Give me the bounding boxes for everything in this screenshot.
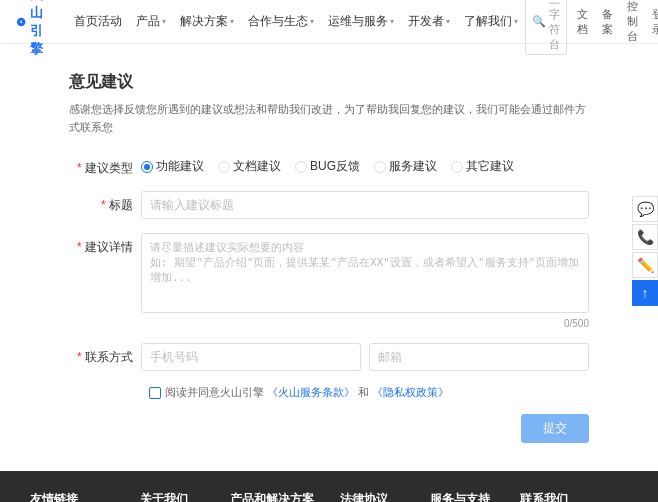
social-title: 友情链接 bbox=[30, 491, 120, 502]
radio-circle-doc bbox=[218, 161, 230, 173]
nav-products[interactable]: 产品▾ bbox=[129, 14, 173, 29]
radio-circle-feature bbox=[141, 161, 153, 173]
nav-docs[interactable]: 文档 bbox=[573, 7, 592, 37]
title-input-wrap bbox=[141, 191, 589, 219]
footer-about-col: 关于我们 了解我们 文献中心 联系我们 bbox=[140, 491, 210, 502]
chevron-down-icon: ▾ bbox=[310, 17, 314, 26]
float-btn-phone[interactable]: 📞 bbox=[632, 224, 658, 250]
logo-icon bbox=[16, 11, 26, 33]
nav-service[interactable]: 运维与服务▾ bbox=[321, 14, 401, 29]
nav-items: 首页活动 产品▾ 解决方案▾ 合作与生态▾ 运维与服务▾ 开发者▾ 了解我们▾ bbox=[67, 14, 525, 29]
nav-about[interactable]: 了解我们▾ bbox=[457, 14, 525, 29]
support-title: 服务与支持 bbox=[430, 491, 500, 502]
float-btn-up[interactable]: ↑ bbox=[632, 280, 658, 306]
footer-contact-col: 联系我们 业务咨询: service@volcengine.com 电话: 40… bbox=[520, 491, 650, 502]
radio-circle-bug bbox=[295, 161, 307, 173]
chevron-down-icon: ▾ bbox=[390, 17, 394, 26]
search-icon: 🔍 bbox=[532, 15, 546, 28]
footer-top: 友情链接 微 🐦 新 网 头 🔥 抖 M 火山引擎 关于我们 bbox=[30, 491, 628, 502]
required-mark-title: * bbox=[101, 198, 106, 212]
radio-label-bug: BUG反馈 bbox=[310, 158, 360, 175]
terms-link[interactable]: 《火山服务条款》 bbox=[267, 386, 355, 398]
search-placeholder: 三字符台 bbox=[549, 0, 560, 52]
email-input[interactable] bbox=[369, 343, 589, 371]
textarea-count: 0/500 bbox=[141, 318, 589, 329]
privacy-link[interactable]: 《隐私权政策》 bbox=[372, 386, 449, 398]
contact-row: * 联系方式 bbox=[69, 343, 589, 371]
type-row: * 建议类型 功能建议 文档建议 BUG反馈 bbox=[69, 154, 589, 177]
radio-circle-other bbox=[451, 161, 463, 173]
feedback-form: 意见建议 感谢您选择反馈您所遇到的建议或想法和帮助我们改进，为了帮助我回复您的建… bbox=[39, 44, 619, 471]
content-textarea-wrap: 0/500 bbox=[141, 233, 589, 329]
radio-label-other: 其它建议 bbox=[466, 158, 514, 175]
radio-service[interactable]: 服务建议 bbox=[374, 158, 437, 175]
content-label: * 建议详情 bbox=[69, 233, 141, 256]
chevron-down-icon: ▾ bbox=[446, 17, 450, 26]
footer-product-col: 产品和解决方案 金融行业 游戏行业 大消费行业 传媒行业 文娱行业 汽车行业 新… bbox=[230, 491, 320, 502]
radio-label-feature: 功能建议 bbox=[156, 158, 204, 175]
logo-text: 火山引擎 bbox=[30, 0, 55, 58]
type-label: * 建议类型 bbox=[69, 154, 141, 177]
contact-inputs bbox=[141, 343, 589, 371]
radio-group-wrap: 功能建议 文档建议 BUG反馈 服务建议 bbox=[141, 154, 589, 175]
chevron-down-icon: ▾ bbox=[230, 17, 234, 26]
required-mark: * bbox=[77, 161, 82, 175]
contact-title: 联系我们 bbox=[520, 491, 650, 502]
nav-home[interactable]: 首页活动 bbox=[67, 14, 129, 29]
radio-other[interactable]: 其它建议 bbox=[451, 158, 514, 175]
logo[interactable]: 火山引擎 bbox=[16, 0, 55, 58]
phone-input[interactable] bbox=[141, 343, 361, 371]
about-title: 关于我们 bbox=[140, 491, 210, 502]
content-row: * 建议详情 0/500 bbox=[69, 233, 589, 329]
float-btn-edit[interactable]: ✏️ bbox=[632, 252, 658, 278]
nav-right: 🔍 三字符台 文档 备案 控制台 登录 立刻开始 bbox=[525, 0, 658, 55]
agreement-checkbox[interactable] bbox=[149, 387, 161, 399]
footer-social-col: 友情链接 微 🐦 新 网 头 🔥 抖 M 火山引擎 bbox=[30, 491, 120, 502]
submit-button[interactable]: 提交 bbox=[521, 414, 589, 443]
submit-row: 提交 bbox=[69, 414, 589, 443]
search-bar[interactable]: 🔍 三字符台 bbox=[525, 0, 567, 55]
radio-doc[interactable]: 文档建议 bbox=[218, 158, 281, 175]
nav-developer[interactable]: 开发者▾ bbox=[401, 14, 457, 29]
nav-partner[interactable]: 合作与生态▾ bbox=[241, 14, 321, 29]
radio-feature[interactable]: 功能建议 bbox=[141, 158, 204, 175]
nav-solutions[interactable]: 解决方案▾ bbox=[173, 14, 241, 29]
radio-label-doc: 文档建议 bbox=[233, 158, 281, 175]
radio-label-service: 服务建议 bbox=[389, 158, 437, 175]
radio-group: 功能建议 文档建议 BUG反馈 服务建议 bbox=[141, 154, 589, 175]
float-btn-chat[interactable]: 💬 bbox=[632, 196, 658, 222]
content-textarea[interactable] bbox=[141, 233, 589, 313]
title-label: * 标题 bbox=[69, 191, 141, 214]
legal-title: 法律协议 bbox=[340, 491, 410, 502]
navigation: 火山引擎 首页活动 产品▾ 解决方案▾ 合作与生态▾ 运维与服务▾ 开发者▾ 了… bbox=[0, 0, 658, 44]
contact-label: * 联系方式 bbox=[69, 343, 141, 366]
product-title: 产品和解决方案 bbox=[230, 491, 320, 502]
footer-legal-col: 法律协议 服务协议 隐私权政策 竞价协议 bbox=[340, 491, 410, 502]
radio-bug[interactable]: BUG反馈 bbox=[295, 158, 360, 175]
form-desc: 感谢您选择反馈您所遇到的建议或想法和帮助我们改进，为了帮助我回复您的建议，我们可… bbox=[69, 101, 589, 136]
footer-support-col: 服务与支持 服务概览 服务说明 建议与反馈 bbox=[430, 491, 500, 502]
footer: 友情链接 微 🐦 新 网 头 🔥 抖 M 火山引擎 关于我们 bbox=[0, 471, 658, 502]
required-mark-contact: * bbox=[77, 350, 82, 364]
main-content: 意见建议 感谢您选择反馈您所遇到的建议或想法和帮助我们改进，为了帮助我回复您的建… bbox=[0, 44, 658, 471]
radio-circle-service bbox=[374, 161, 386, 173]
agreement-label: 阅读并同意火山引擎 《火山服务条款》 和 《隐私权政策》 bbox=[165, 385, 449, 400]
required-mark-content: * bbox=[77, 240, 82, 254]
chevron-down-icon: ▾ bbox=[514, 17, 518, 26]
nav-login[interactable]: 登录 bbox=[648, 7, 658, 37]
form-title: 意见建议 bbox=[69, 72, 589, 93]
title-row: * 标题 bbox=[69, 191, 589, 219]
chevron-down-icon: ▾ bbox=[162, 17, 166, 26]
float-buttons: 💬 📞 ✏️ ↑ bbox=[632, 196, 658, 306]
nav-icp[interactable]: 备案 bbox=[598, 7, 617, 37]
title-input[interactable] bbox=[141, 191, 589, 219]
nav-console[interactable]: 控制台 bbox=[623, 0, 642, 44]
contact-inputs-wrap bbox=[141, 343, 589, 371]
agreement-row: 阅读并同意火山引擎 《火山服务条款》 和 《隐私权政策》 bbox=[69, 385, 589, 400]
